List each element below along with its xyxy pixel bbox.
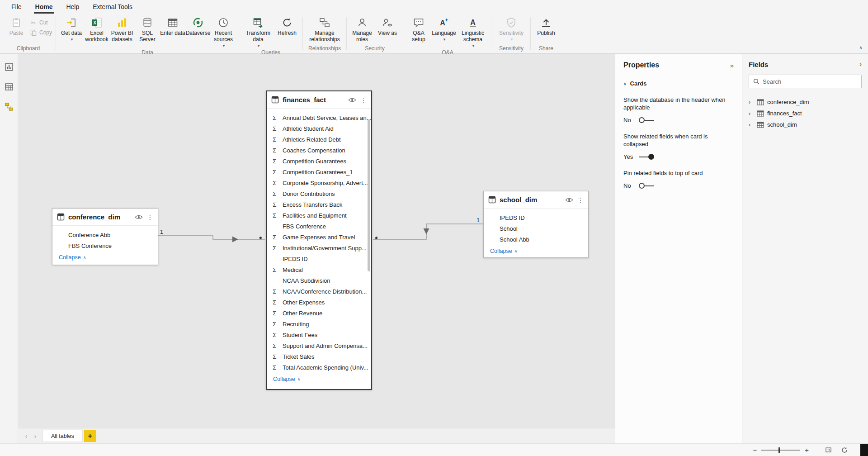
field-row[interactable]: ΣInstitutional/Government Supp... (267, 242, 371, 253)
field-row[interactable]: ΣOther Expenses (267, 297, 371, 308)
view-as-button[interactable]: View as (375, 14, 400, 36)
chevron-right-icon[interactable]: › (749, 110, 754, 117)
ribbon-group-queries: Transform data▾ Refresh Queries (240, 14, 302, 53)
manage-relationships-button[interactable]: Manage relationships (306, 14, 344, 43)
cards-section-header[interactable]: ∧ Cards (623, 80, 734, 87)
model-canvas[interactable]: 1 * 1 * conference_dim ⋮ Confere (18, 54, 615, 428)
field-row[interactable]: Conference Abb (52, 229, 158, 240)
field-row[interactable]: ΣExcess Transfers Back (267, 199, 371, 210)
manage-roles-button[interactable]: Manage roles (349, 14, 375, 43)
table-card-school-dim[interactable]: school_dim ⋮ IPEDS ID School School Abb … (483, 191, 589, 258)
power-bi-datasets-button[interactable]: Power BI datasets (109, 14, 135, 43)
field-row[interactable]: ΣAthletics Related Debt (267, 134, 371, 145)
table-card-header[interactable]: conference_dim ⋮ (52, 209, 158, 226)
collapse-fields-icon[interactable]: › (859, 60, 862, 68)
cut-button[interactable]: ✂ Cut (30, 19, 52, 26)
tab-scroll-right-icon[interactable]: › (31, 432, 40, 440)
qa-setup-button[interactable]: Q&A setup (406, 14, 431, 43)
fields-search-box[interactable] (749, 75, 862, 88)
excel-workbook-button[interactable]: X Excel workbook (84, 14, 109, 43)
field-row[interactable]: ΣMedical (267, 264, 371, 275)
collapse-card-link[interactable]: Collapse∧ (267, 373, 371, 386)
more-options-icon[interactable]: ⋮ (577, 197, 584, 203)
field-row[interactable]: ΣRecruiting (267, 318, 371, 329)
field-row[interactable]: ΣCompetition Guarantees_1 (267, 166, 371, 177)
chevron-right-icon[interactable]: › (749, 122, 754, 128)
language-button[interactable]: A Language▾ (431, 14, 457, 43)
field-row[interactable]: ΣFacilities and Equipment (267, 210, 371, 221)
field-row[interactable]: IPEDS ID (267, 253, 371, 264)
enter-data-button[interactable]: Enter data (160, 14, 185, 36)
field-row[interactable]: ΣNCAA/Conference Distribution... (267, 286, 371, 297)
table-card-finances-fact[interactable]: finances_fact ⋮ ΣAnnual Debt Service, Le… (266, 90, 372, 390)
data-view-button[interactable] (4, 82, 14, 92)
field-row[interactable]: ΣAthletic Student Aid (267, 123, 371, 134)
field-row[interactable]: FBS Conference (52, 240, 158, 251)
field-row[interactable]: ΣCompetition Guarantees (267, 156, 371, 166)
get-data-button[interactable]: Get data▾ (59, 14, 84, 43)
more-options-icon[interactable]: ⋮ (360, 97, 367, 103)
field-row[interactable]: ΣCoaches Compensation (267, 145, 371, 156)
collapse-card-link[interactable]: Collapse∧ (52, 251, 158, 265)
get-data-icon (66, 17, 77, 28)
eye-icon[interactable] (135, 214, 143, 220)
menu-file[interactable]: File (5, 0, 28, 14)
show-database-toggle[interactable] (639, 117, 654, 124)
more-options-icon[interactable]: ⋮ (147, 214, 153, 220)
field-row[interactable]: ΣSupport and Admin Compensa... (267, 340, 371, 351)
field-row[interactable]: ΣStudent Fees (267, 329, 371, 340)
paste-button[interactable]: Paste (4, 14, 29, 36)
fields-item-school-dim[interactable]: › school_dim (749, 119, 862, 130)
card-scrollbar[interactable] (368, 119, 370, 271)
transform-data-button[interactable]: Transform data▾ (242, 14, 274, 49)
zoom-slider[interactable] (761, 447, 800, 453)
field-row[interactable]: ΣDonor Contributions (267, 188, 371, 199)
table-card-header[interactable]: school_dim ⋮ (484, 191, 588, 209)
menu-help[interactable]: Help (59, 0, 86, 14)
linguistic-schema-button[interactable]: A Linguistic schema▾ (457, 14, 489, 49)
sql-server-button[interactable]: SQL Server (135, 14, 160, 43)
chevron-right-icon[interactable]: › (749, 99, 754, 105)
show-related-fields-toggle[interactable] (639, 154, 654, 160)
add-layout-button[interactable]: + (84, 430, 96, 442)
eye-icon[interactable] (348, 97, 356, 103)
search-input[interactable] (763, 78, 857, 85)
field-row[interactable]: ΣGame Expenses and Travel (267, 232, 371, 242)
field-row[interactable]: ΣCorporate Sponsorship, Advert... (267, 177, 371, 188)
tab-scroll-left-icon[interactable]: ‹ (22, 432, 31, 440)
copy-button[interactable]: Copy (30, 29, 52, 36)
collapse-card-link[interactable]: Collapse∧ (484, 245, 588, 258)
publish-button[interactable]: Publish (533, 14, 559, 36)
table-card-conference-dim[interactable]: conference_dim ⋮ Conference Abb FBS Conf… (52, 208, 158, 265)
field-row[interactable]: ΣAnnual Debt Service, Leases an... (267, 112, 371, 123)
pin-related-fields-toggle[interactable] (639, 183, 654, 189)
field-row[interactable]: School (484, 223, 588, 234)
refresh-button[interactable]: Refresh (274, 14, 300, 36)
model-view-button[interactable] (4, 102, 14, 112)
sensitivity-button[interactable]: Sensitivity▾ (495, 14, 528, 43)
fields-item-finances-fact[interactable]: › finances_fact (749, 108, 862, 119)
field-row[interactable]: School Abb (484, 234, 588, 245)
zoom-in-button[interactable]: + (802, 446, 811, 453)
field-row[interactable]: ΣTotal Academic Spending (Univ... (267, 362, 371, 373)
collapse-properties-icon[interactable]: » (730, 62, 734, 69)
field-row[interactable]: ΣTicket Sales (267, 351, 371, 362)
dataverse-button[interactable]: Dataverse (185, 14, 211, 36)
tab-all-tables[interactable]: All tables (42, 430, 83, 442)
field-row[interactable]: IPEDS ID (484, 212, 588, 223)
menu-external-tools[interactable]: External Tools (86, 0, 139, 14)
fit-to-screen-icon[interactable] (824, 446, 832, 454)
collapse-ribbon-icon[interactable]: ∧ (859, 45, 863, 51)
fields-item-conference-dim[interactable]: › conference_dim (749, 96, 862, 108)
field-row[interactable]: ΣOther Revenue (267, 308, 371, 318)
zoom-out-button[interactable]: − (750, 446, 760, 453)
field-row[interactable]: FBS Conference (267, 221, 371, 232)
field-row[interactable]: NCAA Subdivision (267, 275, 371, 286)
eye-icon[interactable] (565, 197, 573, 203)
zoom-slider-handle[interactable] (778, 447, 780, 453)
menu-home[interactable]: Home (28, 0, 60, 14)
table-card-header[interactable]: finances_fact ⋮ (267, 91, 371, 109)
report-view-button[interactable] (4, 62, 14, 72)
reset-zoom-icon[interactable] (840, 446, 849, 454)
recent-sources-button[interactable]: Recent sources▾ (211, 14, 236, 49)
